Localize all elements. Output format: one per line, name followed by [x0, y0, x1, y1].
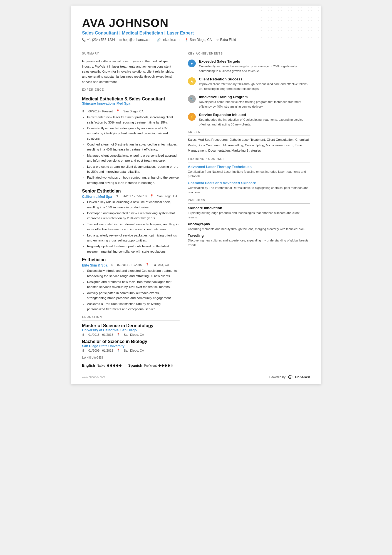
bullet: Consistently exceeded sales goals by an … [87, 126, 180, 141]
job-bullets-3: Successfully introduced and executed Coo… [82, 268, 180, 312]
header-divider [82, 45, 310, 45]
passions-label: PASSIONS [188, 199, 310, 202]
resume-page: AVA JOHNSON Sales Consultant | Medical E… [71, 6, 321, 384]
bullet: Regularly updated treatment protocols ba… [87, 244, 180, 254]
edu-degree-2: Bachelor of Science in Biology [82, 339, 180, 344]
achievement-desc-3: Developed a comprehensive staff training… [199, 100, 310, 109]
achievement-4: ⚡ Service Expansion Initiated Spearheade… [188, 113, 310, 127]
bullet: Managed client consultations, ensuring a… [87, 153, 180, 163]
contact-phone: 📞 +1-(234)-555-1234 [82, 38, 115, 42]
job-title-1: Medical Esthetician & Sales Consultant [82, 97, 180, 102]
job-company-3: Elite Skin & Spa [82, 263, 107, 267]
bullet: Coached a team of 5 estheticians in adva… [87, 142, 180, 152]
edu-school-2: San Diego State University [82, 344, 180, 348]
contact-email: ✉ help@enhancv.com [119, 38, 152, 42]
training-desc-1: Certification from National Laser Instit… [188, 169, 310, 179]
languages-divider [82, 361, 180, 361]
lang-spanish: Spanish Proficient [128, 363, 173, 367]
bullet: Successfully introduced and executed Coo… [87, 268, 180, 278]
brand-name: Enhancv [295, 375, 310, 379]
training-1: Advanced Laser Therapy Techniques Certif… [188, 165, 310, 179]
star-icon: ☆ [216, 38, 219, 42]
footer: www.enhancv.com Powered by Enhancv [82, 375, 310, 379]
loc-icon-2: 📍 [150, 194, 154, 198]
bullet: Trained junior staff in microdermabrasio… [87, 222, 180, 232]
training-2: Chemical Peels and Advanced Skincare Cer… [188, 181, 310, 195]
training-divider [188, 162, 310, 162]
passion-title-2: Photography [188, 222, 310, 226]
achievement-title-3: Innovative Training Program [199, 95, 310, 99]
job-bullets-1: Implemented new laser treatment protocol… [82, 115, 180, 185]
job-bullets-2: Played a key role in launching a new lin… [82, 199, 180, 254]
languages-label: LANGUAGES [82, 356, 180, 359]
loc-icon-3: 📍 [145, 263, 149, 267]
passion-desc-1: Exploring cutting-edge products and tech… [188, 211, 310, 220]
passion-2: Photography Capturing moments and beauty… [188, 222, 310, 231]
dot [119, 364, 121, 367]
training-title-1: Advanced Laser Therapy Techniques [188, 165, 310, 169]
left-column: SUMMARY Experienced esthetician with ove… [82, 48, 180, 367]
training-label: TRAINING / COURSES [188, 157, 310, 161]
star-icon: ★ [188, 77, 196, 85]
bolt-icon: ⚡ [188, 113, 196, 121]
bullet: Actively participated in community outre… [87, 290, 180, 301]
achievements-divider [188, 57, 310, 57]
achievement-2: ★ Client Retention Success Improved clie… [188, 77, 310, 91]
dot [162, 364, 164, 367]
contact-extra: ☆ Extra Field [216, 38, 236, 42]
job-date-1: 🗓 06/2019 - Present 📍 San Diego, CA [82, 109, 143, 113]
dot [107, 364, 109, 367]
training-desc-2: Certification by The International Derma… [188, 186, 310, 195]
lang-name-spanish: Spanish [128, 363, 142, 367]
passion-desc-2: Capturing moments and beauty through the… [188, 227, 310, 231]
achievement-title-4: Service Expansion Initiated [199, 113, 310, 117]
job-date-2: 🗓 01/2017 - 05/2019 📍 San Diego, CA [115, 194, 177, 198]
job-title-3: Esthetician [82, 257, 180, 262]
location-icon: 📍 [185, 38, 188, 42]
bullet: Achieved a 95% client satisfaction rate … [87, 301, 180, 312]
job-meta-row-1: Skincare Innovations Med Spa 🗓 06/2019 -… [82, 102, 180, 115]
contact-location: 📍 San Diego, CA [185, 38, 212, 42]
edu-school-1: University of California, San Diego [82, 328, 180, 332]
bullet: Played a key role in launching a new lin… [87, 199, 180, 210]
right-column: KEY ACHIEVEMENTS ♥ Exceeded Sales Target… [188, 48, 310, 367]
heart-icon: ♥ [188, 60, 196, 67]
footer-logo: Powered by Enhancv [269, 375, 310, 379]
job-company-2: California Med Spa [82, 195, 112, 199]
loc-icon-edu2: 📍 [116, 349, 120, 352]
lang-level-spanish: Proficient [144, 364, 157, 367]
bullet: Led a quarterly review of service packag… [87, 233, 180, 243]
summary-divider [82, 57, 180, 57]
achievement-content-2: Client Retention Success Improved client… [199, 77, 310, 91]
contact-linkedin: 🔗 linkedin.com [157, 38, 180, 42]
powered-by-label: Powered by [269, 375, 286, 379]
job-meta-row-2: California Med Spa 🗓 01/2017 - 05/2019 📍… [82, 194, 180, 199]
main-columns: SUMMARY Experienced esthetician with ove… [82, 48, 310, 367]
achievement-3: 🔧 Innovative Training Program Developed … [188, 95, 310, 109]
job-company-1: Skincare Innovations Med Spa [82, 102, 130, 105]
achievement-title-1: Exceeded Sales Targets [199, 59, 310, 63]
bullet: Led a project to streamline client docum… [87, 164, 180, 174]
achievement-content-4: Service Expansion Initiated Spearheaded … [199, 113, 310, 127]
achievements-label: KEY ACHIEVEMENTS [188, 52, 310, 55]
achievement-desc-1: Consistently surpassed sales targets by … [199, 64, 310, 73]
lang-level-english: Native [97, 364, 105, 367]
dots-decoration [260, 6, 321, 39]
education-label: EDUCATION [82, 315, 180, 319]
achievement-1: ♥ Exceeded Sales Targets Consistently su… [188, 59, 310, 73]
summary-text: Experienced esthetician with over 3 year… [82, 59, 180, 84]
lang-dots-spanish [158, 364, 173, 367]
dot-empty [171, 364, 173, 367]
dot [110, 364, 112, 367]
passions-divider [188, 203, 310, 204]
job-date-3: 🗓 07/2014 - 12/2016 📍 La Jolla, CA [111, 263, 169, 267]
achievement-title-2: Client Retention Success [199, 77, 310, 81]
lang-name-english: English [82, 363, 95, 367]
bullet: Developed and implemented a new client t… [87, 211, 180, 221]
linkedin-icon: 🔗 [157, 38, 161, 42]
job-meta-row-3: Elite Skin & Spa 🗓 07/2014 - 12/2016 📍 L… [82, 262, 180, 268]
passion-3: Traveling Discovering new cultures and e… [188, 233, 310, 247]
footer-website: www.enhancv.com [82, 376, 105, 379]
experience-label: EXPERIENCE [82, 88, 180, 91]
skills-label: SKILLS [188, 130, 310, 134]
